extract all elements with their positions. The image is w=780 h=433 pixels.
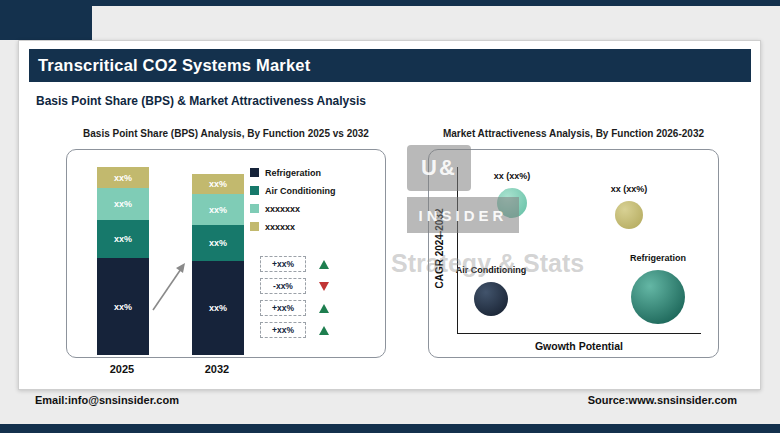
legend-label: Air Conditioning: [265, 186, 335, 196]
top-border-strip: [0, 0, 780, 6]
bps-change-row: -xx%: [260, 278, 329, 294]
triangle-up-icon: [319, 304, 329, 313]
trend-arrow-icon: [149, 254, 195, 316]
bar-segment-air-conditioning: xx%: [192, 225, 244, 261]
title-bar: Transcritical CO2 Systems Market: [29, 49, 751, 82]
triangle-up-icon: [319, 326, 329, 335]
bps-changes: +xx%-xx%+xx%+xx%: [260, 256, 329, 338]
attract-plot-area: xx (xx%)xx (xx%)Air ConditioningRefriger…: [429, 150, 718, 357]
bubble-label: Air Conditioning: [456, 265, 526, 275]
bps-panel: xx%xx%xx%xx%xx%xx%xx%xx% RefrigerationAi…: [66, 149, 386, 358]
footer-source: Source:www.snsinsider.com: [588, 394, 737, 406]
axis-label-2032: 2032: [191, 363, 243, 375]
bps-plot-area: xx%xx%xx%xx%xx%xx%xx%xx%: [67, 150, 385, 357]
bps-change-value: +xx%: [260, 322, 306, 338]
legend-label: Refrigeration: [265, 168, 321, 178]
footer-email: Email:info@snsinsider.com: [35, 394, 179, 406]
bar-segment-air-conditioning: xx%: [97, 220, 149, 258]
bar-segment-xxxxxx: xx%: [97, 167, 149, 188]
infographic-page: Transcritical CO2 Systems Market Basis P…: [0, 0, 780, 433]
legend-item: Refrigeration: [250, 167, 335, 178]
bps-change-value: +xx%: [260, 300, 306, 316]
bar-segment-xxxxxxx: xx%: [192, 194, 244, 225]
bps-change-value: +xx%: [260, 256, 306, 272]
bps-change-row: +xx%: [260, 322, 329, 338]
bubble-lightteal: [497, 188, 527, 218]
bubble-navy: [474, 282, 508, 316]
bar-segment-xxxxxx: xx%: [192, 174, 244, 194]
stacked-bar-2032: xx%xx%xx%xx%: [192, 174, 244, 355]
bubble-teal: [631, 270, 685, 324]
legend-item: xxxxxx: [250, 221, 335, 232]
bottom-border-strip: [0, 424, 780, 433]
legend-label: xxxxxx: [265, 222, 295, 232]
legend-swatch: [250, 222, 259, 231]
report-card: Transcritical CO2 Systems Market Basis P…: [18, 40, 761, 390]
legend-item: Air Conditioning: [250, 185, 335, 196]
bps-change-row: +xx%: [260, 300, 329, 316]
bubble-label: Refrigeration: [630, 253, 686, 263]
triangle-down-icon: [319, 282, 329, 291]
bps-change-row: +xx%: [260, 256, 329, 272]
bps-legend: RefrigerationAir Conditioningxxxxxxxxxxx…: [250, 167, 335, 232]
bps-change-value: -xx%: [260, 278, 306, 294]
bubble-label: xx (xx%): [494, 171, 531, 181]
subtitle: Basis Point Share (BPS) & Market Attract…: [36, 94, 366, 108]
bar-segment-refrigeration: xx%: [192, 261, 244, 355]
bar-segment-refrigeration: xx%: [97, 258, 149, 355]
page-title: Transcritical CO2 Systems Market: [38, 56, 310, 75]
triangle-up-icon: [319, 260, 329, 269]
legend-swatch: [250, 204, 259, 213]
bar-segment-xxxxxxx: xx%: [97, 188, 149, 220]
legend-swatch: [250, 168, 259, 177]
stacked-bar-2025: xx%xx%xx%xx%: [97, 167, 149, 355]
axis-label-2025: 2025: [96, 363, 148, 375]
attract-panel: CAGR 2024-2032 Gwowth Potential xx (xx%)…: [428, 149, 719, 358]
legend-swatch: [250, 186, 259, 195]
legend-item: xxxxxxx: [250, 203, 335, 214]
attract-chart-title: Market Attractiveness Analysis, By Funct…: [428, 128, 719, 139]
bps-chart-title: Basis Point Share (BPS) Analysis, By Fun…: [66, 128, 386, 139]
legend-label: xxxxxxx: [265, 204, 300, 214]
top-left-corner-block: [0, 0, 92, 40]
bubble-label: xx (xx%): [611, 184, 648, 194]
bubble-khaki: [615, 201, 643, 229]
